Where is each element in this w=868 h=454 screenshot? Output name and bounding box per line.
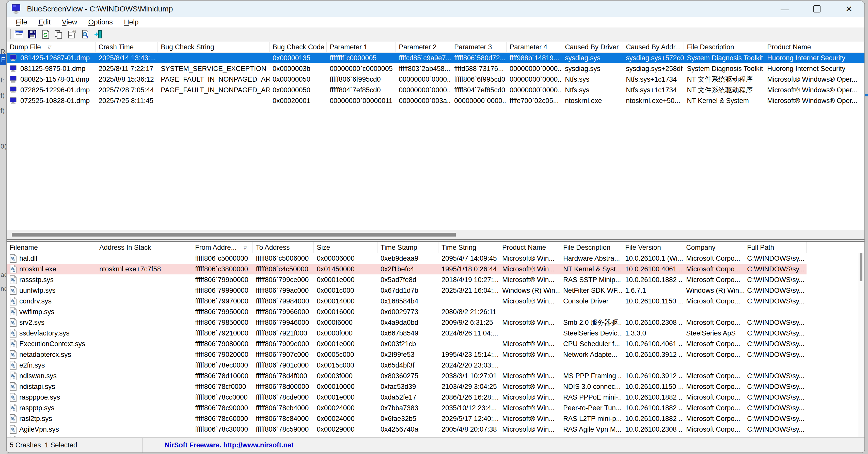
cell: fffff806`7907c000	[253, 349, 314, 360]
driver-vscrollbar-thumb[interactable]	[860, 253, 862, 281]
cell: Microsoft® Win...	[499, 381, 560, 392]
crash-horizontal-scrollbar[interactable]	[7, 230, 864, 239]
column-header-time-string[interactable]: Time String	[438, 242, 499, 253]
cell: fffff806`78c60000	[192, 413, 253, 424]
cell: ffffffff`c0000005	[327, 53, 396, 63]
driver-row[interactable]: vwifimp.sysfffff806`79950000fffff806`799…	[7, 307, 864, 317]
driver-row[interactable]: ndistapi.sysfffff806`78cf0000fffff806`78…	[7, 381, 864, 392]
driver-row[interactable]: e2fn.sysfffff806`78ec0000fffff806`7901c0…	[7, 360, 864, 371]
column-header-company[interactable]: Company	[683, 242, 744, 253]
column-header-product-name[interactable]: Product Name	[764, 42, 864, 52]
cell: condrv.sys	[7, 296, 96, 307]
driver-row[interactable]: ssdevfactory.sysfffff806`79210000fffff80…	[7, 328, 864, 339]
cell: fffff806`7921f000	[253, 328, 314, 339]
driver-row[interactable]: raspppoe.sysfffff806`78cc0000fffff806`78…	[7, 392, 864, 403]
cell: fffff806`7901c000	[253, 360, 314, 371]
title-bar[interactable]: BlueScreenView - C:\WINDOWS\Minidump — ✕	[7, 1, 864, 17]
driver-file-icon	[10, 340, 17, 348]
driver-row[interactable]: ntoskrnl.exentoskrnl.exe+7c7f58fffff806`…	[7, 264, 864, 275]
crash-row[interactable]: 080825-11578-01.dmp2025/8/8 15:36:12PAGE…	[7, 74, 864, 85]
column-header-crash-time[interactable]: Crash Time	[95, 42, 158, 52]
cell	[744, 360, 807, 371]
column-header-address-in-stack[interactable]: Address In Stack	[96, 242, 192, 253]
crash-row[interactable]: 072825-12296-01.dmp2025/7/28 7:05:44PAGE…	[7, 85, 864, 95]
cell: Microsoft® Win...	[499, 317, 560, 328]
column-header-to-address[interactable]: To Address	[253, 242, 314, 253]
cell: Hardware Abstra...	[560, 253, 622, 264]
column-header-parameter-3[interactable]: Parameter 3	[451, 42, 506, 52]
driver-row[interactable]: AgileVpn.sysfffff806`78c30000fffff806`78…	[7, 424, 864, 435]
cell: CPU Scheduler f...	[560, 339, 622, 349]
column-header-file-description[interactable]: File Description	[684, 42, 764, 52]
cell: Ntfs.sys+1c1734	[623, 85, 684, 95]
crash_table-header: Dump File▽Crash TimeBug Check StringBug …	[7, 42, 864, 53]
cell: 0x0000003b	[270, 63, 327, 74]
driver-row[interactable]: netadaptercx.sysfffff806`79020000fffff80…	[7, 349, 864, 360]
column-header-bug-check-code[interactable]: Bug Check Code	[270, 42, 327, 52]
cell: fffff806`78cde000	[253, 392, 314, 403]
maximize-button[interactable]	[809, 2, 825, 16]
column-header-file-description[interactable]: File Description	[560, 242, 622, 253]
cell: Smb 2.0 服务器驱...	[560, 317, 622, 328]
menu-options[interactable]: Options	[83, 18, 119, 26]
cell: 2095/4/7 14:09:45	[438, 253, 499, 264]
crash-row[interactable]: 081125-9875-01.dmp2025/8/11 7:22:17SYSTE…	[7, 63, 864, 74]
close-button[interactable]: ✕	[841, 2, 857, 16]
minidump-monitor-icon	[10, 86, 18, 94]
cell: rasl2tp.sys	[7, 413, 96, 424]
properties-button[interactable]	[66, 29, 78, 40]
driver-row[interactable]: ndiswan.sysfffff806`78d10000fffff806`78d…	[7, 371, 864, 381]
exit-button[interactable]	[92, 29, 104, 40]
desktop-fragment: ne	[1, 285, 7, 293]
column-header-product-name[interactable]: Product Name	[499, 242, 560, 253]
menu-edit[interactable]: Edit	[33, 18, 56, 26]
cell: C:\WINDOWS\sy...	[744, 413, 807, 424]
cell	[683, 307, 744, 317]
driver-row[interactable]: rassstp.sysfffff806`799b0000fffff806`799…	[7, 275, 864, 285]
save-button[interactable]	[26, 29, 38, 40]
cell: vwifimp.sys	[7, 307, 96, 317]
driver-row[interactable]: condrv.sysfffff806`79970000fffff806`7998…	[7, 296, 864, 307]
column-header-parameter-4[interactable]: Parameter 4	[506, 42, 562, 52]
column-header-from-addre[interactable]: From Addre...▽	[192, 242, 253, 253]
driver-vertical-scrollbar[interactable]	[858, 253, 864, 437]
nirsoft-link[interactable]: NirSoft Freeware. http://www.nirsoft.net	[143, 441, 293, 449]
column-header-parameter-2[interactable]: Parameter 2	[396, 42, 451, 52]
column-header-size[interactable]: Size	[314, 242, 377, 253]
crash-hscrollbar-thumb[interactable]	[12, 233, 456, 236]
cell: 2025/7/28 7:05:44	[95, 85, 158, 95]
minimize-button[interactable]: —	[777, 2, 793, 16]
cell: 0xd0029773	[377, 307, 438, 317]
column-header-filename[interactable]: Filename	[7, 242, 96, 253]
column-header-caused-by-addr[interactable]: Caused By Addr...	[623, 42, 684, 52]
cell: fffff806`c4c50000	[253, 264, 314, 275]
column-header-full-path[interactable]: Full Path	[744, 242, 807, 253]
find-button[interactable]	[79, 29, 91, 40]
column-header-time-stamp[interactable]: Time Stamp	[377, 242, 438, 253]
column-header-parameter-1[interactable]: Parameter 1	[327, 42, 396, 52]
column-header-dump-file[interactable]: Dump File▽	[7, 42, 95, 52]
driver-row[interactable]: raspptp.sysfffff806`78c90000fffff806`78c…	[7, 403, 864, 413]
column-header-file-version[interactable]: File Version	[622, 242, 683, 253]
cell: fffff806`79210000	[192, 328, 253, 339]
crash-row[interactable]: 081425-12687-01.dmp2025/8/14 13:43:...0x…	[7, 53, 864, 63]
report-options-button[interactable]	[13, 29, 25, 40]
driver-row[interactable]: uunfwfp.sysfffff806`79990000fffff806`799…	[7, 285, 864, 296]
menu-file[interactable]: File	[10, 18, 33, 26]
driver-row[interactable]: rasl2tp.sysfffff806`78c60000fffff806`78c…	[7, 413, 864, 424]
pane-splitter[interactable]	[7, 239, 864, 242]
driver-row[interactable]: srv2.sysfffff806`79850000fffff806`799460…	[7, 317, 864, 328]
copy-button[interactable]	[53, 29, 64, 40]
cell: 2025/8/8 15:36:12	[95, 74, 158, 85]
cell: Ntfs.sys	[562, 85, 623, 95]
menu-help[interactable]: Help	[118, 18, 144, 26]
driver-row[interactable]: ExecutionContext.sysfffff806`79080000fff…	[7, 339, 864, 349]
column-header-caused-by-driver[interactable]: Caused By Driver	[562, 42, 623, 52]
column-header-bug-check-string[interactable]: Bug Check String	[158, 42, 270, 52]
refresh-button[interactable]	[40, 29, 51, 40]
driver-row[interactable]: hal.dllfffff806`c5000000fffff806`c500600…	[7, 253, 864, 264]
cell: 2018/4/19 10:27:...	[438, 275, 499, 285]
cell	[96, 424, 192, 435]
crash-row[interactable]: 072525-10828-01.dmp2025/7/25 8:11:450x00…	[7, 95, 864, 106]
menu-view[interactable]: View	[56, 18, 83, 26]
